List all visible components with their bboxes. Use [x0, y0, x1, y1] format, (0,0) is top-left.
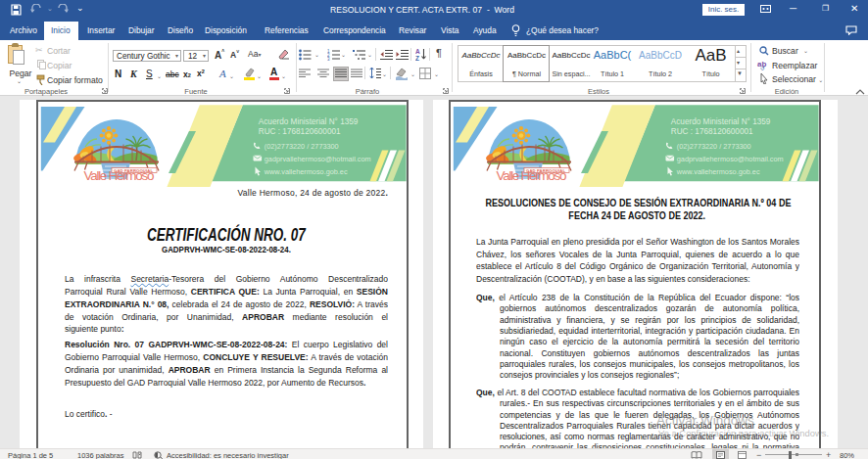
- svg-text:gadprvallehermoso@hotmail.com: gadprvallehermoso@hotmail.com: [265, 155, 371, 163]
- svg-text:3: 3: [327, 57, 330, 62]
- svg-text:RUC : 1768120600001: RUC : 1768120600001: [671, 127, 753, 136]
- svg-text:www.vallehermoso.gob.ec: www.vallehermoso.gob.ec: [676, 167, 760, 176]
- svg-text:Acuerdo Ministerial N° 1359: Acuerdo Ministerial N° 1359: [259, 117, 359, 126]
- svg-text:(02)2773220 / 2773300: (02)2773220 / 2773300: [265, 142, 339, 151]
- svg-text:RUC : 1768120600001: RUC : 1768120600001: [259, 127, 341, 136]
- svg-text:gadprvallehermoso@hotmail.com: gadprvallehermoso@hotmail.com: [677, 155, 784, 163]
- svg-text:Z: Z: [415, 55, 419, 62]
- svg-text:www.vallehermoso.gob.ec: www.vallehermoso.gob.ec: [264, 167, 348, 176]
- svg-text:Acuerdo Ministerial N° 1359: Acuerdo Ministerial N° 1359: [671, 117, 771, 126]
- svg-text:(02)2773220 / 2773300: (02)2773220 / 2773300: [677, 142, 751, 151]
- svg-text:Valle Hermoso: Valle Hermoso: [497, 168, 567, 183]
- svg-text:Valle Hermoso: Valle Hermoso: [84, 168, 155, 183]
- svg-text:A: A: [415, 48, 420, 55]
